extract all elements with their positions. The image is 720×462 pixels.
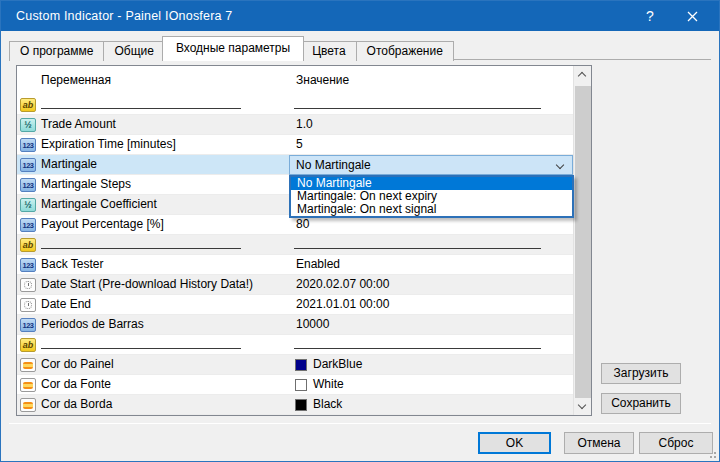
chevron-down-icon: [556, 161, 564, 169]
empty-string-field[interactable]: [41, 348, 241, 349]
bottom-separator: [9, 423, 711, 424]
param-row[interactable]: 123MartingaleNo Martingale: [17, 155, 573, 175]
save-button[interactable]: Сохранить: [601, 393, 681, 414]
param-name: Date Start (Pre-download History Data!): [41, 275, 253, 294]
window-title: Custom Indicator - Painel IOnosfera 7: [1, 9, 233, 23]
chevron-up-icon: [578, 72, 586, 80]
empty-value-field[interactable]: [294, 108, 541, 109]
tab-inputs[interactable]: Входные параметры: [162, 36, 304, 61]
empty-value-field[interactable]: [294, 348, 541, 349]
param-value[interactable]: 2021.01.01 00:00: [296, 295, 389, 314]
resize-grip-icon[interactable]: [707, 449, 716, 458]
title-bar: Custom Indicator - Painel IOnosfera 7 ?: [1, 1, 719, 31]
param-rows: ab½Trade Amount1.0123Expiration Time [mi…: [17, 95, 573, 415]
param-row[interactable]: Cor da BordaBlack: [17, 395, 573, 415]
tab-visualization[interactable]: Отображение: [356, 41, 454, 61]
martingale-combobox[interactable]: No Martingale: [289, 155, 573, 175]
double-param-icon: ½: [20, 118, 36, 132]
param-name: Back Tester: [41, 255, 103, 274]
cancel-button[interactable]: Отмена: [564, 432, 634, 454]
color-param-icon: [20, 358, 36, 372]
param-value[interactable]: DarkBlue: [313, 355, 362, 374]
empty-string-field[interactable]: [41, 248, 241, 249]
param-value[interactable]: 5: [296, 135, 303, 154]
color-param-icon: [20, 398, 36, 412]
datetime-param-icon: [20, 278, 36, 292]
param-name: Martingale Coefficient: [41, 195, 157, 214]
string-param-icon: ab: [20, 338, 36, 352]
tab-strip: О программе Общие Входные параметры Цвет…: [9, 37, 453, 61]
help-icon: ?: [646, 8, 654, 24]
param-name: Payout Percentage [%]: [41, 215, 164, 234]
load-button[interactable]: Загрузить: [601, 363, 681, 384]
param-name: Cor da Fonte: [41, 375, 111, 394]
tab-about[interactable]: О программе: [9, 41, 104, 61]
tab-colors[interactable]: Цвета: [301, 41, 356, 61]
dropdown-item[interactable]: Martingale: On next signal: [291, 203, 572, 216]
param-row[interactable]: Date End2021.01.01 00:00: [17, 295, 573, 315]
color-swatch: [295, 399, 307, 411]
chevron-down-icon: [578, 401, 586, 409]
param-value[interactable]: White: [313, 375, 344, 394]
color-swatch: [295, 379, 307, 391]
param-row[interactable]: ½Trade Amount1.0: [17, 115, 573, 135]
param-row[interactable]: ab: [17, 235, 573, 255]
dropdown-item[interactable]: No Martingale: [291, 177, 572, 190]
param-name: Date End: [41, 295, 91, 314]
param-row[interactable]: Cor da FonteWhite: [17, 375, 573, 395]
close-icon: [687, 11, 698, 22]
scroll-down-button[interactable]: [574, 398, 591, 415]
param-row[interactable]: ab: [17, 335, 573, 355]
param-name: Cor do Painel: [41, 355, 114, 374]
param-row[interactable]: 123Back TesterEnabled: [17, 255, 573, 275]
close-button[interactable]: [675, 1, 709, 31]
param-name: Martingale Steps: [41, 175, 131, 194]
color-param-icon: [20, 378, 36, 392]
param-row[interactable]: 123Expiration Time [minutes]5: [17, 135, 573, 155]
param-value[interactable]: Enabled: [296, 255, 340, 274]
column-header-variable: Переменная: [17, 66, 289, 95]
empty-string-field[interactable]: [41, 108, 241, 109]
reset-button[interactable]: Сброс: [639, 432, 713, 454]
string-param-icon: ab: [20, 238, 36, 252]
param-row[interactable]: Cor do PainelDarkBlue: [17, 355, 573, 375]
ok-button[interactable]: OK: [478, 432, 551, 454]
scroll-up-button[interactable]: [574, 66, 591, 83]
dropdown-item[interactable]: Martingale: On next expiry: [291, 190, 572, 203]
int-param-icon: 123: [20, 158, 36, 172]
param-value[interactable]: 10000: [296, 315, 329, 334]
scrollbar-thumb[interactable]: [575, 86, 591, 398]
int-param-icon: 123: [20, 258, 36, 272]
param-row[interactable]: 123Periodos de Barras10000: [17, 315, 573, 335]
parameters-table: Переменная Значение ab½Trade Amount1.012…: [16, 65, 592, 416]
help-button[interactable]: ?: [633, 1, 667, 31]
param-name: Expiration Time [minutes]: [41, 135, 176, 154]
column-header-value: Значение: [289, 66, 573, 95]
param-value[interactable]: 2020.02.07 00:00: [296, 275, 389, 294]
param-row[interactable]: ab: [17, 95, 573, 115]
param-row[interactable]: 123Payout Percentage [%]80: [17, 215, 573, 235]
double-param-icon: ½: [20, 198, 36, 212]
int-param-icon: 123: [20, 178, 36, 192]
datetime-param-icon: [20, 298, 36, 312]
string-param-icon: ab: [20, 98, 36, 112]
martingale-dropdown-list: No Martingale Martingale: On next expiry…: [289, 175, 574, 218]
param-name: Martingale: [41, 155, 97, 174]
param-name: Cor da Borda: [41, 395, 112, 414]
param-name: Trade Amount: [41, 115, 116, 134]
param-row[interactable]: Date Start (Pre-download History Data!)2…: [17, 275, 573, 295]
table-header: Переменная Значение: [17, 66, 573, 95]
int-param-icon: 123: [20, 138, 36, 152]
vertical-scrollbar[interactable]: [573, 66, 591, 415]
param-value[interactable]: 1.0: [296, 115, 313, 134]
color-swatch: [295, 359, 307, 371]
combobox-value: No Martingale: [296, 156, 371, 175]
int-param-icon: 123: [20, 218, 36, 232]
empty-value-field[interactable]: [294, 248, 541, 249]
param-value[interactable]: Black: [313, 395, 342, 414]
tab-common[interactable]: Общие: [103, 41, 164, 61]
indicator-dialog: Custom Indicator - Painel IOnosfera 7 ? …: [0, 0, 720, 462]
param-name: Periodos de Barras: [41, 315, 144, 334]
int-param-icon: 123: [20, 318, 36, 332]
